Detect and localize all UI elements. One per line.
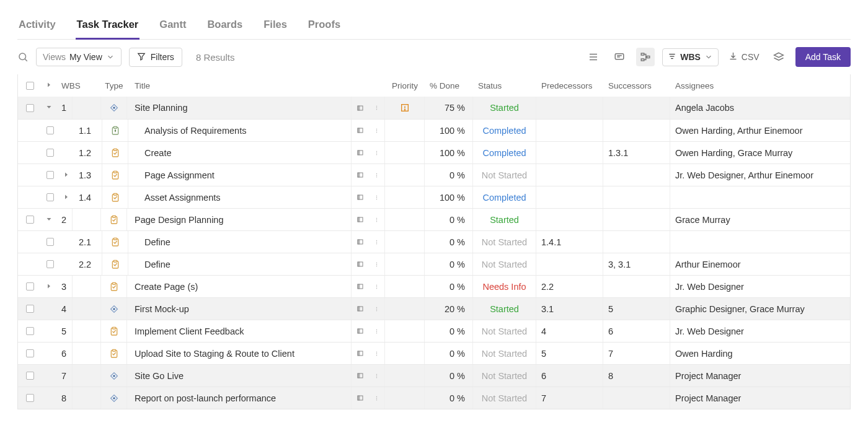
panel-icon[interactable]	[352, 276, 369, 297]
title-cell[interactable]: Asset Assignments	[128, 186, 352, 208]
table-row[interactable]: 6Upload Site to Staging & Route to Clien…	[18, 342, 850, 364]
percent-done-cell[interactable]: 100 %	[425, 142, 473, 164]
assignees-cell[interactable]: Jr. Web Designer	[670, 320, 850, 342]
successors-cell[interactable]	[603, 387, 670, 409]
table-row[interactable]: 1.4Asset Assignments100 %Completed	[18, 186, 850, 208]
row-menu-icon[interactable]	[369, 97, 385, 119]
assignees-cell[interactable]: Owen Harding, Arthur Einemoor	[670, 120, 850, 141]
title-cell[interactable]: Site Planning	[127, 97, 352, 119]
panel-icon[interactable]	[352, 120, 369, 141]
predecessors-cell[interactable]	[536, 209, 603, 230]
table-row[interactable]: 4First Mock-up20 %Started3.15Graphic Des…	[18, 297, 850, 320]
priority-cell[interactable]	[385, 343, 425, 364]
table-row[interactable]: 1.1Analysis of Requirements100 %Complete…	[18, 119, 850, 141]
percent-done-cell[interactable]: 100 %	[425, 186, 473, 208]
title-cell[interactable]: Upload Site to Staging & Route to Client	[127, 343, 352, 364]
status-cell[interactable]: Needs Info	[473, 276, 536, 297]
priority-cell[interactable]	[385, 142, 425, 164]
percent-done-cell[interactable]: 20 %	[425, 298, 473, 320]
col-percent-done[interactable]: % Done	[425, 74, 473, 97]
col-assignees[interactable]: Assignees	[670, 74, 850, 97]
successors-cell[interactable]: 7	[603, 343, 670, 364]
row-checkbox[interactable]	[46, 149, 54, 157]
priority-cell[interactable]	[385, 164, 425, 186]
row-menu-icon[interactable]	[369, 320, 385, 342]
expand-icon[interactable]	[45, 103, 53, 113]
status-cell[interactable]: Not Started	[473, 365, 536, 387]
successors-cell[interactable]	[603, 209, 670, 230]
tab-boards[interactable]: Boards	[206, 14, 244, 40]
row-menu-icon[interactable]	[369, 120, 385, 141]
assignees-cell[interactable]: Jr. Web Designer, Arthur Einemoor	[670, 164, 850, 186]
expand-icon[interactable]	[45, 215, 53, 225]
status-cell[interactable]: Not Started	[473, 343, 536, 364]
assignees-cell[interactable]: Angela Jacobs	[670, 97, 850, 119]
panel-icon[interactable]	[352, 320, 369, 342]
tab-activity[interactable]: Activity	[17, 14, 57, 40]
percent-done-cell[interactable]: 0 %	[425, 209, 473, 230]
priority-cell[interactable]	[385, 298, 425, 320]
row-checkbox[interactable]	[46, 126, 54, 134]
expand-icon[interactable]	[63, 193, 70, 203]
predecessors-cell[interactable]: 6	[536, 365, 603, 387]
expand-all-icon[interactable]	[45, 81, 53, 90]
status-cell[interactable]: Started	[473, 97, 536, 119]
row-menu-icon[interactable]	[369, 343, 385, 364]
table-row[interactable]: 8Report on post-launch performance0 %Not…	[18, 387, 850, 409]
col-wbs[interactable]: WBS	[56, 74, 101, 97]
tab-gantt[interactable]: Gantt	[158, 14, 187, 40]
assignees-cell[interactable]	[670, 231, 850, 253]
successors-cell[interactable]: 5	[603, 298, 670, 320]
status-cell[interactable]: Not Started	[473, 164, 536, 186]
tab-files[interactable]: Files	[262, 14, 288, 40]
expand-icon[interactable]	[45, 282, 53, 292]
percent-done-cell[interactable]: 75 %	[425, 97, 473, 119]
percent-done-cell[interactable]: 0 %	[425, 276, 473, 297]
col-status[interactable]: Status	[473, 74, 536, 97]
table-row[interactable]: 7Site Go Live0 %Not Started68Project Man…	[18, 364, 850, 387]
assignees-cell[interactable]: Arthur Einemoor	[670, 253, 850, 275]
row-menu-icon[interactable]	[369, 186, 385, 208]
panel-icon[interactable]	[352, 164, 369, 186]
table-row[interactable]: 5Implement Client Feedback0 %Not Started…	[18, 320, 850, 342]
percent-done-cell[interactable]: 100 %	[425, 120, 473, 141]
successors-cell[interactable]	[603, 186, 670, 208]
status-cell[interactable]: Not Started	[473, 231, 536, 253]
panel-icon[interactable]	[352, 142, 369, 164]
add-task-button[interactable]: Add Task	[795, 47, 851, 67]
percent-done-cell[interactable]: 0 %	[425, 231, 473, 253]
percent-done-cell[interactable]: 0 %	[425, 387, 473, 409]
row-menu-icon[interactable]	[369, 164, 385, 186]
panel-icon[interactable]	[352, 231, 369, 253]
filters-button[interactable]: Filters	[129, 48, 182, 67]
assignees-cell[interactable]: Project Manager	[670, 365, 850, 387]
priority-cell[interactable]	[385, 186, 425, 208]
col-priority[interactable]: Priority	[385, 74, 425, 97]
row-checkbox[interactable]	[26, 394, 34, 402]
table-row[interactable]: 3Create Page (s)0 %Needs Info2.2Jr. Web …	[18, 275, 850, 297]
row-menu-icon[interactable]	[369, 142, 385, 164]
row-checkbox[interactable]	[26, 305, 34, 313]
assignees-cell[interactable]: Grace Murray	[670, 209, 850, 230]
predecessors-cell[interactable]	[536, 120, 603, 141]
panel-icon[interactable]	[352, 186, 369, 208]
row-menu-icon[interactable]	[369, 365, 385, 387]
row-checkbox[interactable]	[26, 372, 34, 380]
col-predecessors[interactable]: Predecessors	[536, 74, 603, 97]
col-title[interactable]: Title	[127, 74, 352, 97]
row-checkbox[interactable]	[46, 260, 54, 268]
status-cell[interactable]: Completed	[473, 120, 536, 141]
table-row[interactable]: 1Site Planning75 %StartedAngela Jacobs	[18, 97, 850, 119]
panel-icon[interactable]	[352, 209, 369, 230]
csv-download-button[interactable]: CSV	[726, 48, 762, 66]
panel-icon[interactable]	[352, 343, 369, 364]
title-cell[interactable]: Create Page (s)	[127, 276, 352, 297]
panel-icon[interactable]	[352, 97, 369, 119]
successors-cell[interactable]	[603, 97, 670, 119]
priority-cell[interactable]	[385, 120, 425, 141]
priority-cell[interactable]	[385, 97, 425, 119]
status-cell[interactable]: Completed	[473, 142, 536, 164]
priority-cell[interactable]	[385, 387, 425, 409]
row-menu-icon[interactable]	[369, 231, 385, 253]
row-menu-icon[interactable]	[369, 253, 385, 275]
